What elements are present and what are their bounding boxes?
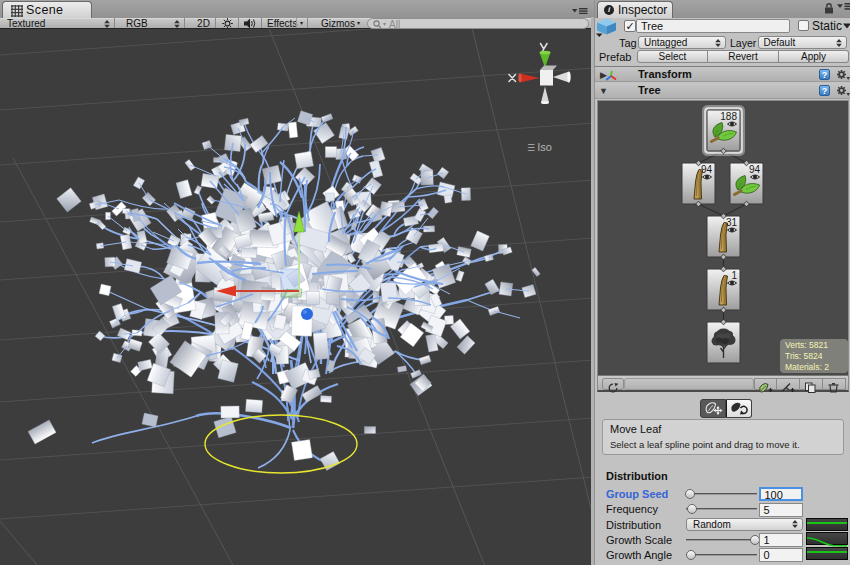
svg-text:1: 1 xyxy=(731,270,737,281)
svg-text:188: 188 xyxy=(720,111,737,122)
svg-text:94: 94 xyxy=(749,164,761,175)
svg-text:31: 31 xyxy=(726,217,738,228)
svg-text:94: 94 xyxy=(701,164,713,175)
